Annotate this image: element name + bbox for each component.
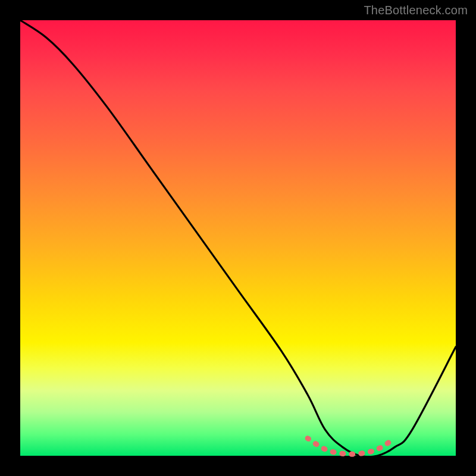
plot-area — [20, 20, 456, 456]
curve-svg — [20, 20, 456, 456]
watermark-text: TheBottleneck.com — [364, 4, 468, 17]
chart-frame: TheBottleneck.com — [0, 0, 476, 476]
optimal-zone-marker — [308, 439, 394, 455]
bottleneck-curve — [20, 20, 456, 457]
